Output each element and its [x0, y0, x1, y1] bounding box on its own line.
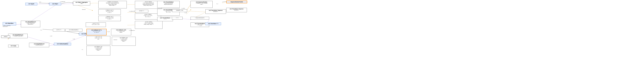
node-callback-void-seqnum: < Callback< void, Sequence Number32, Seq…	[98, 1, 127, 8]
node-ns3-seqnumber: ns3::SequenceNumber < NUMERIC_TYPE, SIGN…	[190, 1, 212, 8]
node-void-big-callback: < void; T1, T2, T3, T4, T5, T6, T7, T8, …	[86, 36, 110, 45]
label-mdb-bottom: m_db	[200, 25, 202, 26]
label-mdb-top: m_db	[184, 12, 187, 13]
node-ns3-callbackimplbase-tmpl: ns3::CallbackImplBase >	[65, 29, 82, 31]
node-callback-void-t-bigger: ns3::Callback< void, T, T, empty, empty,…	[112, 37, 136, 46]
node-ns3-callback-void-t: ns3::Callback< void, T, T, empty, empty,…	[111, 29, 131, 35]
svg-line-3	[30, 5, 55, 21]
svg-line-16	[222, 2, 226, 3]
node-ns3-object: ns3::Object	[49, 3, 61, 5]
node-void-t1-t2-t3: < void; T1, T2, T3, T4, T5, T6, T7, T8 >	[86, 22, 106, 27]
node-stdlist-t: std::list< T >	[135, 10, 148, 12]
node-stdlist-callback-t1: std::list< Callback < void, T1, T2, T3, …	[135, 14, 161, 19]
label-t2: T-2	[82, 49, 83, 50]
node-ns3-typeid: ns3::TypeId	[25, 3, 37, 5]
label-mjt: m_jt	[40, 29, 42, 30]
node-ns3-objectbase: ns3::ObjectBase	[3, 22, 16, 25]
node-stdlist-callback-t-empty: std::list< Callback < void, T, empty, em…	[135, 21, 162, 29]
node-parent: PARENT	[1, 35, 10, 38]
label-my: m_y	[216, 3, 218, 4]
node-seqnumber32: < SequenceNumber32 >	[190, 17, 209, 19]
node-ns3-empty: ns3::empty	[8, 45, 19, 47]
svg-line-19	[42, 29, 54, 30]
node-ns3-simplerefcount-parent: ns3::SimpleRefCount < T, PARENT, DELETER…	[8, 34, 28, 38]
node-ns3-simplerefcount-callbackimplbase: ns3::SimpleRefCount < CallbackImplBase >	[29, 43, 49, 47]
node-ns3-object-aggregates: ns3::Object::Aggregates buffer	[73, 1, 90, 5]
label-mplt: m_plt	[50, 35, 52, 36]
node-callback-void-t-small: < Callback< void, T, empty, empty, empty…	[98, 16, 121, 21]
node-numeric-type: NUMERIC_TYPE	[172, 9, 187, 12]
node-callback-r-big-inner: ns3::Callback< void, T, T, empty, empty,…	[86, 46, 110, 55]
node-seqnumber-testcb: SequenceNumberTestCb	[226, 1, 247, 3]
label-mcallbacklist-top: m_callbackList	[129, 11, 135, 12]
label-mcallbacklist-bottom: m_callbackList	[129, 30, 135, 31]
node-callback-void-t1: < Callback< void, T1, T2, T3, T4, T5, T6…	[98, 9, 121, 15]
label-elements-top: elements	[82, 9, 86, 10]
label-objectbase-sub: < Object, ObjectBase,ObjectDelete >	[3, 25, 11, 27]
node-ns3-callback-r-big: ns3::Callback< R, T1, T2, T3, T4, T5, T6…	[86, 29, 106, 35]
diagram-container: ns3::TypeId ns3::Object ns3::Object::Agg…	[0, 0, 644, 76]
node-ns3-tracevalue-t: ns3::TraceValue< T >	[206, 22, 221, 25]
svg-line-15	[186, 11, 206, 12]
node-ns3-simplerefcount-object: ns3::SimpleRefCount < Object, ObjectBase…	[21, 21, 40, 27]
node-ns3-tracedcallback-tt: ns3::TracedCallback < T, T >	[157, 17, 173, 21]
node-ns3-tracevalue-seqnum-bottom: ns3::TraceValue< Sequence Number32 >	[226, 8, 247, 12]
label-mret: m_ret	[107, 31, 110, 32]
node-ns3-tracedcallback-seqnum: ns3::TracedCallback < SequenceNumber32, …	[157, 1, 180, 8]
label-mvalue: m_value	[182, 8, 185, 9]
label-mid: m_id	[39, 2, 41, 3]
node-ns3-prv: ns3::Prv::T >	[53, 29, 65, 31]
node-t-t: < T, T >	[172, 17, 182, 19]
label-mplt2: m_plt	[73, 39, 75, 40]
label-maggregate: m_aggregate	[60, 1, 65, 2]
svg-line-2	[16, 24, 21, 25]
node-ns3-tracevalue-seqnum-top: ns3::TraceValue< Sequence Number32 >	[206, 9, 226, 14]
label-elements-bottom: elements	[114, 39, 117, 40]
node-ns3-callbackimplbase-main: ns3::CallbackImplBase	[54, 43, 71, 45]
svg-line-1	[61, 4, 73, 4]
